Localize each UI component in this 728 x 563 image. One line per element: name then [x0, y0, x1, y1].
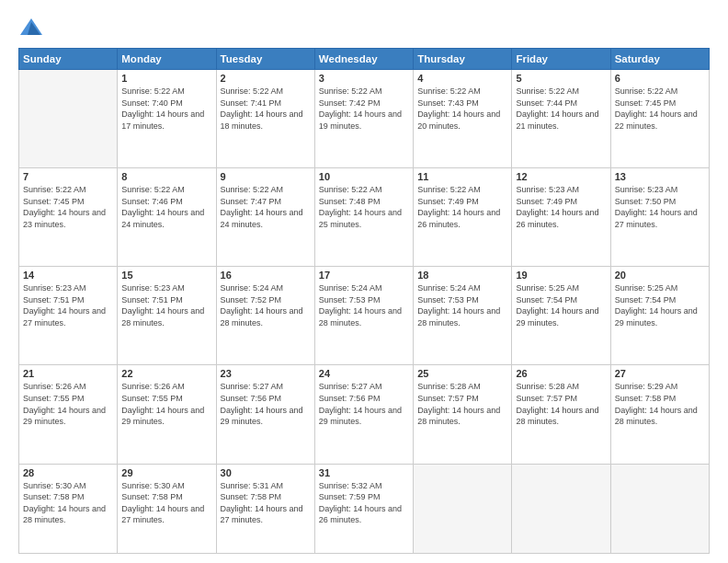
calendar-cell: 1 Sunrise: 5:22 AM Sunset: 7:40 PM Dayli… — [118, 70, 216, 168]
day-info: Sunrise: 5:22 AM Sunset: 7:41 PM Dayligh… — [221, 86, 311, 132]
day-info: Sunrise: 5:26 AM Sunset: 7:55 PM Dayligh… — [121, 381, 211, 427]
calendar-week-4: 21 Sunrise: 5:26 AM Sunset: 7:55 PM Dayl… — [19, 365, 710, 464]
daylight-label: Daylight: 14 hours and 27 minutes. — [221, 504, 303, 525]
sunrise-label: Sunrise: 5:22 AM — [615, 86, 678, 96]
calendar-cell: 12 Sunrise: 5:23 AM Sunset: 7:49 PM Dayl… — [512, 168, 610, 267]
daylight-label: Daylight: 14 hours and 28 minutes. — [221, 306, 303, 327]
weekday-header-saturday: Saturday — [610, 49, 709, 70]
sunrise-label: Sunrise: 5:30 AM — [23, 481, 86, 490]
day-info: Sunrise: 5:31 AM Sunset: 7:58 PM Dayligh… — [221, 480, 311, 526]
sunset-label: Sunset: 7:45 PM — [615, 98, 677, 108]
day-info: Sunrise: 5:22 AM Sunset: 7:49 PM Dayligh… — [417, 184, 507, 230]
daylight-label: Daylight: 14 hours and 20 minutes. — [417, 109, 500, 131]
sunrise-label: Sunrise: 5:25 AM — [516, 283, 579, 293]
day-number: 7 — [23, 171, 113, 182]
daylight-label: Daylight: 14 hours and 29 minutes. — [221, 406, 303, 427]
day-info: Sunrise: 5:25 AM Sunset: 7:54 PM Dayligh… — [615, 282, 705, 328]
sunset-label: Sunset: 7:46 PM — [121, 197, 183, 206]
sunset-label: Sunset: 7:59 PM — [319, 492, 381, 501]
daylight-label: Daylight: 14 hours and 21 minutes. — [516, 109, 598, 131]
calendar-cell: 21 Sunrise: 5:26 AM Sunset: 7:55 PM Dayl… — [19, 365, 118, 464]
calendar-cell: 17 Sunrise: 5:24 AM Sunset: 7:53 PM Dayl… — [314, 267, 413, 365]
daylight-label: Daylight: 14 hours and 27 minutes. — [121, 504, 204, 525]
calendar-cell — [512, 464, 610, 553]
day-number: 5 — [516, 73, 606, 84]
calendar-cell: 18 Sunrise: 5:24 AM Sunset: 7:53 PM Dayl… — [414, 267, 512, 365]
day-info: Sunrise: 5:22 AM Sunset: 7:40 PM Dayligh… — [121, 86, 211, 132]
day-info: Sunrise: 5:22 AM Sunset: 7:43 PM Dayligh… — [417, 86, 507, 132]
day-number: 27 — [615, 368, 705, 379]
logo-icon — [18, 15, 44, 40]
day-info: Sunrise: 5:22 AM Sunset: 7:46 PM Dayligh… — [121, 184, 211, 230]
day-info: Sunrise: 5:22 AM Sunset: 7:45 PM Dayligh… — [23, 184, 113, 230]
daylight-label: Daylight: 14 hours and 27 minutes. — [23, 306, 106, 327]
sunset-label: Sunset: 7:58 PM — [615, 394, 677, 403]
weekday-header-wednesday: Wednesday — [314, 49, 413, 70]
day-number: 28 — [23, 467, 113, 478]
calendar-cell — [610, 464, 709, 553]
sunrise-label: Sunrise: 5:25 AM — [615, 283, 678, 293]
weekday-header-row: SundayMondayTuesdayWednesdayThursdayFrid… — [19, 49, 710, 70]
calendar-cell: 6 Sunrise: 5:22 AM Sunset: 7:45 PM Dayli… — [610, 70, 709, 168]
day-info: Sunrise: 5:25 AM Sunset: 7:54 PM Dayligh… — [516, 282, 606, 328]
daylight-label: Daylight: 14 hours and 19 minutes. — [319, 109, 402, 131]
day-number: 22 — [121, 368, 211, 379]
daylight-label: Daylight: 14 hours and 26 minutes. — [417, 208, 500, 229]
weekday-header-friday: Friday — [512, 49, 610, 70]
day-info: Sunrise: 5:22 AM Sunset: 7:44 PM Dayligh… — [516, 86, 606, 132]
sunset-label: Sunset: 7:58 PM — [23, 492, 85, 501]
sunset-label: Sunset: 7:58 PM — [221, 492, 282, 501]
calendar-cell: 11 Sunrise: 5:22 AM Sunset: 7:49 PM Dayl… — [414, 168, 512, 267]
day-number: 17 — [319, 270, 409, 281]
calendar-week-2: 7 Sunrise: 5:22 AM Sunset: 7:45 PM Dayli… — [19, 168, 710, 267]
sunset-label: Sunset: 7:49 PM — [516, 197, 577, 206]
day-number: 9 — [221, 171, 311, 182]
day-info: Sunrise: 5:29 AM Sunset: 7:58 PM Dayligh… — [615, 381, 705, 427]
sunset-label: Sunset: 7:53 PM — [319, 295, 381, 304]
calendar-cell: 31 Sunrise: 5:32 AM Sunset: 7:59 PM Dayl… — [314, 464, 413, 553]
sunset-label: Sunset: 7:40 PM — [121, 98, 183, 108]
day-number: 19 — [516, 270, 606, 281]
day-info: Sunrise: 5:24 AM Sunset: 7:53 PM Dayligh… — [417, 282, 507, 328]
day-number: 8 — [121, 171, 211, 182]
sunrise-label: Sunrise: 5:22 AM — [121, 86, 185, 96]
daylight-label: Daylight: 14 hours and 28 minutes. — [417, 406, 500, 427]
day-info: Sunrise: 5:22 AM Sunset: 7:42 PM Dayligh… — [319, 86, 409, 132]
daylight-label: Daylight: 14 hours and 28 minutes. — [417, 306, 500, 327]
calendar-cell: 14 Sunrise: 5:23 AM Sunset: 7:51 PM Dayl… — [19, 267, 118, 365]
daylight-label: Daylight: 14 hours and 27 minutes. — [615, 208, 698, 229]
calendar-cell: 13 Sunrise: 5:23 AM Sunset: 7:50 PM Dayl… — [610, 168, 709, 267]
sunrise-label: Sunrise: 5:22 AM — [417, 86, 481, 96]
calendar-cell: 4 Sunrise: 5:22 AM Sunset: 7:43 PM Dayli… — [414, 70, 512, 168]
calendar-cell: 15 Sunrise: 5:23 AM Sunset: 7:51 PM Dayl… — [118, 267, 216, 365]
sunset-label: Sunset: 7:42 PM — [319, 98, 381, 108]
daylight-label: Daylight: 14 hours and 29 minutes. — [23, 406, 106, 427]
sunrise-label: Sunrise: 5:30 AM — [121, 481, 185, 490]
day-number: 13 — [615, 171, 705, 182]
calendar-cell: 2 Sunrise: 5:22 AM Sunset: 7:41 PM Dayli… — [216, 70, 314, 168]
calendar-cell: 30 Sunrise: 5:31 AM Sunset: 7:58 PM Dayl… — [216, 464, 314, 553]
sunrise-label: Sunrise: 5:24 AM — [319, 283, 382, 293]
day-number: 30 — [221, 467, 311, 478]
sunrise-label: Sunrise: 5:23 AM — [516, 185, 579, 194]
day-number: 23 — [221, 368, 311, 379]
sunset-label: Sunset: 7:44 PM — [516, 98, 577, 108]
calendar-cell: 27 Sunrise: 5:29 AM Sunset: 7:58 PM Dayl… — [610, 365, 709, 464]
day-number: 14 — [23, 270, 113, 281]
calendar-week-1: 1 Sunrise: 5:22 AM Sunset: 7:40 PM Dayli… — [19, 70, 710, 168]
sunrise-label: Sunrise: 5:23 AM — [615, 185, 678, 194]
sunrise-label: Sunrise: 5:26 AM — [23, 382, 86, 391]
daylight-label: Daylight: 14 hours and 28 minutes. — [615, 406, 698, 427]
calendar-cell: 28 Sunrise: 5:30 AM Sunset: 7:58 PM Dayl… — [19, 464, 118, 553]
calendar-cell: 8 Sunrise: 5:22 AM Sunset: 7:46 PM Dayli… — [118, 168, 216, 267]
sunset-label: Sunset: 7:45 PM — [23, 197, 85, 206]
day-number: 1 — [121, 73, 211, 84]
daylight-label: Daylight: 14 hours and 22 minutes. — [615, 109, 698, 131]
sunrise-label: Sunrise: 5:22 AM — [23, 185, 86, 194]
sunset-label: Sunset: 7:57 PM — [417, 394, 479, 403]
sunset-label: Sunset: 7:54 PM — [615, 295, 677, 304]
day-number: 16 — [221, 270, 311, 281]
calendar-cell: 5 Sunrise: 5:22 AM Sunset: 7:44 PM Dayli… — [512, 70, 610, 168]
calendar-cell: 29 Sunrise: 5:30 AM Sunset: 7:58 PM Dayl… — [118, 464, 216, 553]
sunset-label: Sunset: 7:49 PM — [417, 197, 479, 206]
